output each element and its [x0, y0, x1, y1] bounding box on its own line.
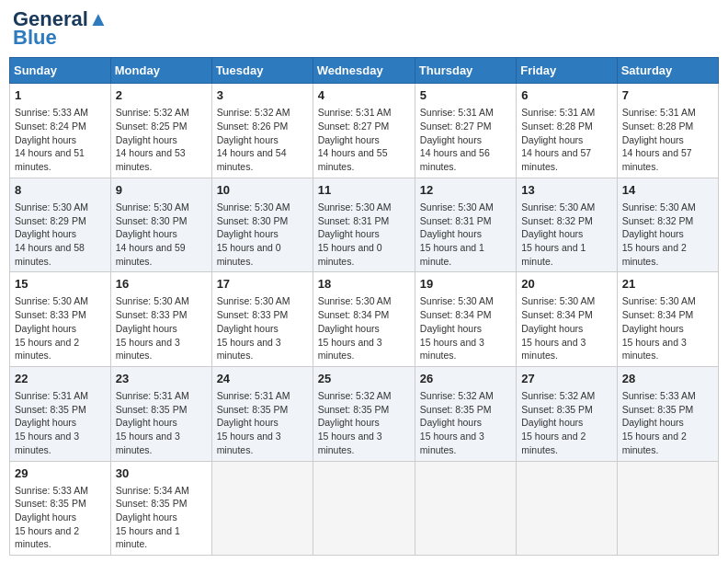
- sunrise-text: Sunrise: 5:31 AM: [116, 390, 189, 401]
- daylight-label: Daylight hours: [217, 134, 279, 145]
- sunrise-text: Sunrise: 5:30 AM: [521, 201, 595, 213]
- day-number: 29: [15, 465, 106, 482]
- calendar-cell: 29Sunrise: 5:33 AMSunset: 8:35 PMDayligh…: [10, 461, 111, 556]
- logo-blue: Blue: [13, 26, 57, 50]
- day-number: 9: [116, 182, 207, 199]
- daylight-label: Daylight hours: [15, 228, 76, 239]
- sunset-text: Sunset: 8:34 PM: [420, 309, 492, 320]
- daylight-duration: 15 hours and 3 minutes.: [420, 337, 484, 362]
- sunset-text: Sunset: 8:26 PM: [217, 121, 289, 132]
- daylight-label: Daylight hours: [217, 417, 279, 428]
- daylight-label: Daylight hours: [521, 134, 583, 145]
- sunset-text: Sunset: 8:27 PM: [318, 121, 390, 132]
- day-number: 17: [217, 276, 308, 293]
- calendar-cell: 11Sunrise: 5:30 AMSunset: 8:31 PMDayligh…: [313, 178, 415, 272]
- sunrise-text: Sunrise: 5:31 AM: [217, 390, 290, 401]
- sunrise-text: Sunrise: 5:33 AM: [622, 390, 696, 401]
- sunset-text: Sunset: 8:35 PM: [116, 404, 188, 415]
- day-number: 12: [420, 182, 511, 199]
- calendar-week-row: 15Sunrise: 5:30 AMSunset: 8:33 PMDayligh…: [10, 272, 719, 367]
- calendar-cell: 6Sunrise: 5:31 AMSunset: 8:28 PMDaylight…: [517, 84, 617, 178]
- day-number: 27: [521, 371, 611, 387]
- calendar-cell: [313, 461, 415, 556]
- page-header: General▲ Blue: [9, 9, 719, 50]
- sunrise-text: Sunrise: 5:30 AM: [318, 295, 392, 306]
- daylight-label: Daylight hours: [15, 511, 76, 523]
- daylight-label: Daylight hours: [116, 323, 177, 334]
- header-saturday: Saturday: [617, 58, 718, 84]
- daylight-duration: 15 hours and 3 minutes.: [15, 431, 79, 455]
- sunrise-text: Sunrise: 5:32 AM: [521, 390, 595, 401]
- daylight-duration: 15 hours and 2 minutes.: [521, 431, 586, 455]
- sunrise-text: Sunrise: 5:31 AM: [15, 390, 88, 401]
- calendar-cell: 17Sunrise: 5:30 AMSunset: 8:33 PMDayligh…: [211, 272, 313, 367]
- daylight-label: Daylight hours: [15, 417, 76, 428]
- daylight-label: Daylight hours: [420, 134, 482, 145]
- sunset-text: Sunset: 8:35 PM: [318, 404, 390, 415]
- daylight-label: Daylight hours: [521, 417, 583, 428]
- sunset-text: Sunset: 8:29 PM: [15, 215, 86, 226]
- daylight-duration: 15 hours and 0 minutes.: [217, 242, 281, 267]
- calendar-cell: 1Sunrise: 5:33 AMSunset: 8:24 PMDaylight…: [10, 84, 111, 178]
- sunrise-text: Sunrise: 5:30 AM: [318, 201, 392, 213]
- daylight-duration: 14 hours and 51 minutes.: [15, 147, 85, 172]
- sunrise-text: Sunrise: 5:30 AM: [217, 295, 290, 306]
- logo: General▲ Blue: [13, 9, 108, 50]
- header-thursday: Thursday: [415, 58, 516, 84]
- calendar-cell: 8Sunrise: 5:30 AMSunset: 8:29 PMDaylight…: [10, 178, 111, 272]
- daylight-duration: 15 hours and 3 minutes.: [622, 337, 687, 362]
- sunset-text: Sunset: 8:34 PM: [622, 309, 694, 320]
- daylight-duration: 15 hours and 2 minutes.: [622, 242, 687, 267]
- sunset-text: Sunset: 8:27 PM: [420, 121, 492, 132]
- day-number: 3: [217, 87, 308, 104]
- daylight-duration: 15 hours and 1 minute.: [420, 242, 484, 267]
- calendar-cell: 3Sunrise: 5:32 AMSunset: 8:26 PMDaylight…: [211, 84, 313, 178]
- day-number: 13: [521, 182, 611, 199]
- calendar-cell: 10Sunrise: 5:30 AMSunset: 8:30 PMDayligh…: [211, 178, 313, 272]
- day-number: 1: [15, 87, 106, 104]
- day-number: 25: [318, 371, 410, 387]
- sunrise-text: Sunrise: 5:34 AM: [116, 485, 189, 496]
- calendar-cell: 15Sunrise: 5:30 AMSunset: 8:33 PMDayligh…: [10, 272, 111, 367]
- sunrise-text: Sunrise: 5:31 AM: [420, 107, 494, 118]
- daylight-duration: 15 hours and 3 minutes.: [318, 337, 382, 362]
- calendar-table: SundayMondayTuesdayWednesdayThursdayFrid…: [9, 57, 719, 556]
- day-number: 14: [622, 182, 713, 199]
- sunset-text: Sunset: 8:35 PM: [116, 498, 188, 509]
- sunrise-text: Sunrise: 5:30 AM: [15, 295, 88, 306]
- calendar-cell: 30Sunrise: 5:34 AMSunset: 8:35 PMDayligh…: [110, 461, 211, 556]
- sunrise-text: Sunrise: 5:30 AM: [15, 201, 88, 213]
- calendar-cell: 4Sunrise: 5:31 AMSunset: 8:27 PMDaylight…: [313, 84, 415, 178]
- sunset-text: Sunset: 8:32 PM: [622, 215, 694, 226]
- daylight-label: Daylight hours: [116, 134, 177, 145]
- sunrise-text: Sunrise: 5:31 AM: [318, 107, 392, 118]
- daylight-duration: 14 hours and 57 minutes.: [622, 147, 692, 172]
- day-number: 19: [420, 276, 511, 293]
- calendar-cell: 13Sunrise: 5:30 AMSunset: 8:32 PMDayligh…: [517, 178, 617, 272]
- daylight-label: Daylight hours: [318, 323, 380, 334]
- sunset-text: Sunset: 8:32 PM: [521, 215, 593, 226]
- sunrise-text: Sunrise: 5:31 AM: [521, 107, 595, 118]
- header-monday: Monday: [110, 58, 211, 84]
- day-number: 7: [622, 87, 713, 104]
- daylight-label: Daylight hours: [622, 134, 684, 145]
- daylight-duration: 15 hours and 3 minutes.: [318, 431, 382, 455]
- daylight-label: Daylight hours: [318, 228, 380, 239]
- calendar-cell: [415, 461, 516, 556]
- sunrise-text: Sunrise: 5:30 AM: [116, 201, 189, 213]
- daylight-duration: 15 hours and 1 minute.: [116, 525, 180, 550]
- day-number: 11: [318, 182, 410, 199]
- calendar-cell: [617, 461, 718, 556]
- calendar-cell: 12Sunrise: 5:30 AMSunset: 8:31 PMDayligh…: [415, 178, 516, 272]
- daylight-label: Daylight hours: [116, 511, 177, 523]
- calendar-cell: 25Sunrise: 5:32 AMSunset: 8:35 PMDayligh…: [313, 366, 415, 461]
- sunset-text: Sunset: 8:35 PM: [217, 404, 289, 415]
- calendar-cell: 2Sunrise: 5:32 AMSunset: 8:25 PMDaylight…: [110, 84, 211, 178]
- sunset-text: Sunset: 8:28 PM: [622, 121, 694, 132]
- daylight-label: Daylight hours: [217, 228, 279, 239]
- day-number: 21: [622, 276, 713, 293]
- daylight-label: Daylight hours: [318, 134, 380, 145]
- sunset-text: Sunset: 8:35 PM: [622, 404, 694, 415]
- sunrise-text: Sunrise: 5:30 AM: [521, 295, 595, 306]
- daylight-label: Daylight hours: [116, 228, 177, 239]
